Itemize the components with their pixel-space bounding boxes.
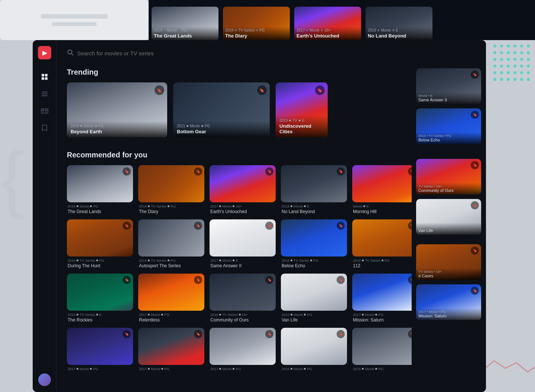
grid-item[interactable]: 🔖 2016 TV Series PG During The Hunt: [67, 219, 133, 268]
grid-item[interactable]: 🔖 2015 TV Series E The Rockies: [67, 274, 133, 323]
bookmark-button[interactable]: 🔖: [408, 222, 412, 230]
card-van-life[interactable]: 🔖: [281, 274, 347, 311]
card-diary[interactable]: 🔖: [138, 165, 204, 202]
bookmark-button[interactable]: 🔖: [194, 167, 202, 176]
bookmark-button[interactable]: 🔖: [315, 85, 325, 95]
card-meta: 2015 Movie PG: [353, 367, 412, 371]
trending-card-bottom-gear[interactable]: 2021 Movie PG Bottom Gear 🔖: [173, 82, 270, 137]
bookmark-button[interactable]: 🔖: [471, 201, 479, 209]
grid-item[interactable]: 🔖 2019 Movie PG The Great Lands: [67, 165, 133, 214]
card-night-car[interactable]: 🔖: [138, 328, 204, 365]
grid-item[interactable]: 🔖 2015 Movie PG Van Life: [281, 274, 347, 323]
bookmark-button[interactable]: 🔖: [123, 276, 131, 284]
trending-card-undiscovered[interactable]: 2019 TV E Undiscovered Cities 🔖: [276, 82, 328, 137]
grid-item[interactable]: 🔖 2019 Movie E No Land Beyond: [281, 165, 347, 214]
card-below-echo[interactable]: 🔖: [281, 219, 347, 257]
card-morning-hill[interactable]: 🔖: [352, 165, 412, 202]
card-meta: 2017 Movie E: [210, 258, 275, 262]
bookmark-button[interactable]: 🔖: [265, 167, 273, 176]
bookmark-button[interactable]: 🔖: [471, 287, 479, 295]
top-card-no-land[interactable]: 2019MovieE No Land Beyond: [366, 7, 432, 40]
bookmark-button[interactable]: 🔖: [123, 167, 131, 176]
grid-item[interactable]: 🔖 Movie E Morning Hill: [352, 165, 412, 214]
grid-item[interactable]: 🔖 2018 TV Series 18+ Community of Ours: [210, 274, 276, 323]
background-card: [0, 0, 149, 40]
bookmark-button[interactable]: 🔖: [337, 276, 345, 284]
search-icon: [67, 49, 74, 58]
search-input[interactable]: [77, 50, 189, 56]
user-avatar[interactable]: [38, 373, 51, 386]
bookmark-button[interactable]: 🔖: [265, 276, 273, 284]
card-great-lands[interactable]: 🔖: [67, 165, 133, 202]
card-earths-untouched[interactable]: 🔖: [210, 165, 276, 202]
card-overlay: 2019 TV E Undiscovered Cities: [276, 115, 328, 137]
card-truck-2[interactable]: 🔖: [281, 328, 347, 365]
bookmark-button[interactable]: 🔖: [471, 161, 479, 169]
partial-card-below-echo[interactable]: 🔖 2016 • TV Series • PG Below Echo: [416, 108, 481, 144]
card-queen[interactable]: 🔖: [67, 328, 133, 365]
sidebar-item-bookmarks[interactable]: [40, 124, 49, 132]
grid-item[interactable]: 🔖 2017 Movie 18+ Earth's Untouched: [210, 165, 276, 214]
app-logo[interactable]: ▶: [38, 46, 51, 59]
sidebar-item-list[interactable]: [40, 90, 49, 98]
card-mission-saturn[interactable]: 🔖: [352, 274, 412, 311]
sidebar-item-movies[interactable]: [40, 107, 49, 115]
grid-item[interactable]: 🔖 2015 Movie PG: [352, 328, 412, 372]
bookmark-button[interactable]: 🔖: [337, 167, 345, 176]
bookmark-button[interactable]: 🔖: [337, 222, 345, 230]
top-card-great-lands[interactable]: 2019MoviePG The Great Lands: [152, 7, 218, 40]
bookmark-button[interactable]: 🔖: [257, 85, 267, 95]
grid-item[interactable]: 🔖 2015 TV Series PG 112: [352, 219, 412, 268]
partial-card-cases[interactable]: 🔖 TV Series • 18+ d Cases: [416, 244, 481, 280]
grid-item[interactable]: 🔖 2017 Movie PG: [210, 328, 276, 372]
partial-card-van-life[interactable]: 🔖 2015 • Movie • PG Van Life: [416, 199, 481, 235]
bookmark-button[interactable]: 🔖: [265, 222, 273, 230]
grid-item[interactable]: 🔖 2017 Movie PG Relentless: [138, 274, 204, 323]
bookmark-button[interactable]: 🔖: [265, 330, 273, 338]
bookmark-button[interactable]: 🔖: [408, 276, 412, 284]
grid-item[interactable]: 🔖 2017 Movie E Same Answer II: [210, 219, 276, 268]
card-info: 2019 Movie E No Land Beyond: [281, 202, 347, 214]
card-meta: 2016 TV Series PG: [68, 258, 132, 262]
top-card-diary[interactable]: 2019TV SeriesPG The Diary: [223, 7, 290, 40]
card-community[interactable]: 🔖: [210, 274, 276, 311]
sidebar-item-home[interactable]: [40, 73, 49, 81]
grid-item[interactable]: 🔖 2017 Movie PG: [138, 328, 204, 372]
grid-item[interactable]: 🔖 2015 Movie PG: [281, 328, 347, 372]
bookmark-button[interactable]: 🔖: [471, 71, 479, 79]
grid-item[interactable]: 🔖 2017 Movie PG: [67, 328, 133, 372]
card-watch[interactable]: 🔖: [352, 328, 412, 365]
card-rockies[interactable]: 🔖: [67, 274, 133, 311]
card-same-answer[interactable]: 🔖: [210, 219, 276, 257]
card-relentless[interactable]: 🔖: [138, 274, 204, 311]
top-card-earths[interactable]: 2017Movie18+ Earth's Untouched: [294, 7, 361, 40]
card-autosport[interactable]: 🔖: [138, 219, 204, 257]
bookmark-button[interactable]: 🔖: [471, 111, 479, 119]
bookmark-button[interactable]: 🔖: [123, 222, 131, 230]
partial-card-mission-saturn[interactable]: 🔖 2017 • Movie • PG Mission: Saturn: [416, 284, 481, 320]
card-info: 2016 TV Series PG Autosport The Series: [138, 257, 204, 268]
grid-item[interactable]: 🔖 2016 TV Series PG Below Echo: [281, 219, 347, 268]
recommended-row-2: 🔖 2016 TV Series PG During The Hunt 🔖 20…: [67, 219, 401, 268]
partial-card-same-answer[interactable]: 🔖 Movie • E Same Answer II: [416, 68, 481, 104]
bookmark-button[interactable]: 🔖: [194, 330, 202, 338]
partial-card-morning-hill[interactable]: 🔖 TV Series • 18+ Community of Ours: [416, 159, 481, 195]
bookmark-button[interactable]: 🔖: [408, 330, 412, 338]
recommended-title: Recommended for you: [67, 151, 401, 159]
bookmark-button[interactable]: 🔖: [155, 85, 164, 95]
svg-rect-1: [45, 74, 48, 76]
bookmark-button[interactable]: 🔖: [337, 330, 345, 338]
bookmark-button[interactable]: 🔖: [194, 222, 202, 230]
grid-item[interactable]: 🔖 2016 TV Series PG Autosport The Series: [138, 219, 204, 268]
bookmark-button[interactable]: 🔖: [123, 330, 131, 338]
card-no-land[interactable]: 🔖: [281, 165, 347, 202]
bookmark-button[interactable]: 🔖: [408, 167, 412, 176]
grid-item[interactable]: 🔖 2017 Movie PG Mission: Saturn: [352, 274, 412, 323]
card-112[interactable]: 🔖: [352, 219, 412, 257]
card-during-hunt[interactable]: 🔖: [67, 219, 133, 257]
trending-card-beyond-earth[interactable]: 2019 Movie PG Beyond Earth 🔖: [67, 82, 167, 137]
grid-item[interactable]: 🔖 2019 TV Series PG The Diary: [138, 165, 204, 214]
bookmark-button[interactable]: 🔖: [194, 276, 202, 284]
card-mist[interactable]: 🔖: [210, 328, 276, 365]
bookmark-button[interactable]: 🔖: [471, 246, 479, 255]
